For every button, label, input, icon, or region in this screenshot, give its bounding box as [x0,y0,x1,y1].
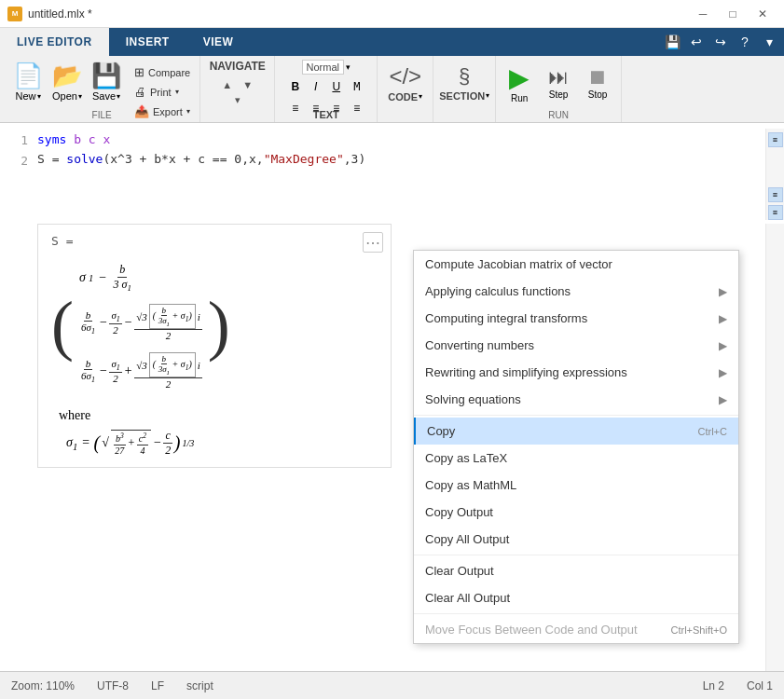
ctx-copy-all-output[interactable]: Copy All Output [414,526,738,553]
section-icon: § [459,64,470,89]
ctx-copy-latex[interactable]: Copy as LaTeX [414,445,738,472]
sidebar-btn-3[interactable]: ≡ [768,205,783,220]
run-icon: ▶ [509,62,530,93]
file-group: 📄 New ▾ 📂 Open ▾ 💾 Save ▾ [4,56,200,122]
ctx-clear-output[interactable]: Clear Output [414,557,738,584]
step-icon: ⏭ [548,65,569,89]
step-button[interactable]: ⏭ Step [541,63,576,102]
open-button[interactable]: 📂 Open ▾ [48,60,86,103]
save-label: Save [92,90,116,102]
navigate-label: NAVIGATE [210,60,266,73]
ctx-move-focus: Move Focus Between Code and Output Ctrl+… [414,616,738,643]
tab-view[interactable]: VIEW [186,28,251,56]
compare-icon: ⊞ [134,65,144,79]
italic-button[interactable]: I [307,77,325,96]
maximize-button[interactable]: □ [719,4,747,24]
ctx-computing-integral[interactable]: Computing integral transforms ▶ [414,305,738,332]
ribbon-right-icons: 💾 ↩ ↪ ? ▾ [661,28,784,56]
output-label: S = [51,234,378,248]
matrix-rows: σ1 − b 3 σ1 b 6σ1 [74,254,208,399]
code-lines: 1 2 syms b c x S = solve(x^3 + b*x + c =… [0,123,784,220]
line-num-1: 1 [0,130,28,151]
output-gear-button[interactable]: ⋯ [363,232,383,253]
code-text[interactable]: syms b c x S = solve(x^3 + b*x + c == 0,… [37,129,765,220]
save-icon-btn[interactable]: 💾 [661,31,683,53]
section-content: § SECTION ▾ [439,60,489,118]
ribbon-toolbar: 📄 New ▾ 📂 Open ▾ 💾 Save ▾ [0,56,784,123]
file-group-label: FILE [4,110,199,120]
code-icon: </> [389,63,421,89]
nav-up-btn[interactable]: ▲ [218,78,236,91]
ctx-clear-all-output[interactable]: Clear All Output [414,584,738,611]
submenu-arrow-calculus: ▶ [719,285,727,298]
ctx-rewriting[interactable]: Rewriting and simplifying expressions ▶ [414,359,738,386]
ribbon-tabs: LIVE EDITOR INSERT VIEW 💾 ↩ ↪ ? ▾ [0,28,784,56]
text-style-normal: Normal [302,60,344,75]
line-ending-status: LF [151,679,164,692]
code-line-1: syms b c x [37,130,765,150]
ctx-copy[interactable]: Copy Ctrl+C [414,418,738,445]
help-icon-btn[interactable]: ? [734,31,756,53]
ctx-converting-numbers[interactable]: Converting numbers ▶ [414,332,738,359]
stop-icon: ⏹ [587,65,608,89]
stop-button[interactable]: ⏹ Stop [580,63,615,102]
compare-button[interactable]: ⊞ Compare [131,63,194,81]
sidebar-btn-2[interactable]: ≡ [768,187,783,202]
save-dropdown-icon: ▾ [117,92,120,101]
new-button[interactable]: 📄 New ▾ [9,60,47,103]
save-button[interactable]: 💾 Save ▾ [88,60,125,103]
submenu-arrow-converting: ▶ [719,339,727,352]
open-dropdown-icon: ▾ [78,92,82,101]
ctx-copy-mathml[interactable]: Copy as MathML [414,472,738,499]
output-box: ⋯ S = ( σ1 − b 3 σ1 [37,224,392,468]
close-button[interactable]: ✕ [749,4,777,24]
right-sidebar: ≡ ≡ ≡ [765,129,784,220]
right-paren: ) [208,297,230,354]
ctx-divider-2 [414,555,738,555]
submenu-arrow-rewriting: ▶ [719,366,727,379]
monospace-button[interactable]: M [348,77,366,96]
print-icon: 🖨 [134,85,146,99]
ctx-copy-output[interactable]: Copy Output [414,499,738,526]
run-button[interactable]: ▶ Run [502,61,537,105]
undo-icon-btn[interactable]: ↩ [685,31,708,53]
ctx-compute-jacobian[interactable]: Compute Jacobian matrix of vector [414,251,738,278]
status-bar: Zoom: 110% UTF-8 LF script Ln 2 Col 1 [0,671,784,699]
title-bar: M untitled.mlx * ─ □ ✕ [0,0,784,28]
print-dropdown: ▾ [175,88,179,96]
sidebar-btn-1[interactable]: ≡ [768,132,783,147]
submenu-arrow-solving: ▶ [719,393,727,406]
ctx-applying-calculus[interactable]: Applying calculus functions ▶ [414,278,738,305]
run-group: ▶ Run ⏭ Step ⏹ Stop RUN [496,56,622,122]
bold-button[interactable]: B [286,77,305,96]
open-label: Open [52,90,77,102]
encoding-status: UTF-8 [97,679,129,692]
line-status: Ln 2 [703,679,724,692]
line-num-2: 2 [0,151,28,171]
tab-insert[interactable]: INSERT [109,28,186,56]
navigate-group: NAVIGATE ▲ ▼ ▾ [200,56,275,122]
section-label: SECTION [439,90,485,102]
ctx-solving[interactable]: Solving equations ▶ [414,386,738,413]
run-group-label: RUN [496,110,621,120]
save-icon: 💾 [91,62,121,90]
print-button[interactable]: 🖨 Print ▾ [131,83,194,101]
tab-live-editor[interactable]: LIVE EDITOR [0,28,109,56]
nav-dropdown-btn[interactable]: ▾ [227,93,248,107]
stop-label: Stop [588,89,608,100]
code-content: </> CODE ▾ [388,60,422,118]
redo-icon-btn[interactable]: ↪ [709,31,732,53]
code-btn[interactable]: CODE [388,91,418,103]
nav-down-btn[interactable]: ▼ [239,78,256,91]
col-status: Col 1 [747,679,773,692]
language-status: script [186,679,213,692]
underline-button[interactable]: U [327,77,346,96]
title-bar-left: M untitled.mlx * [7,7,92,21]
line-numbers: 1 2 [0,129,37,220]
left-paren: ( [51,297,74,354]
text-group-label: TEXT [275,109,377,120]
minimize-button[interactable]: ─ [689,4,717,24]
expand-icon-btn[interactable]: ▾ [758,31,780,53]
code-group: </> CODE ▾ [378,56,433,122]
step-label: Step [549,89,569,100]
